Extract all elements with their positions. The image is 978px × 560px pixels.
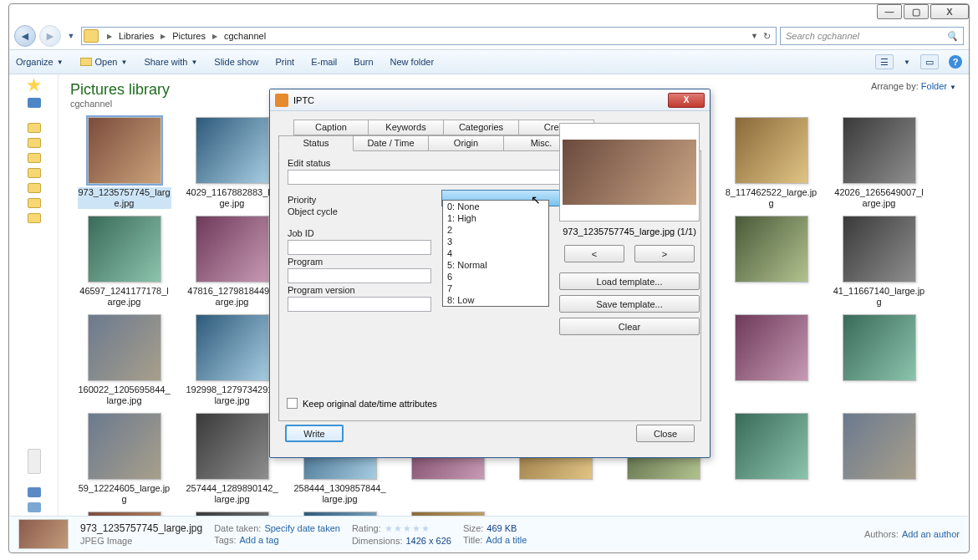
priority-option[interactable]: 7 — [443, 283, 548, 294]
thumbnail-image — [843, 117, 916, 184]
thumbnail-item[interactable] — [717, 314, 825, 406]
burn-button[interactable]: Burn — [354, 57, 373, 67]
folder-icon[interactable] — [28, 138, 41, 148]
thumbnail-item[interactable]: 160022_1205695844_large.jpg — [70, 314, 178, 406]
thumbnail-item[interactable]: 42026_1265649007_large.jpg — [825, 117, 933, 209]
close-button[interactable]: Close — [636, 425, 695, 442]
folder-icon[interactable] — [28, 198, 41, 208]
priority-option[interactable]: 4 — [443, 247, 548, 259]
search-input[interactable]: Search cgchannel 🔍 — [780, 27, 964, 45]
slideshow-button[interactable]: Slide show — [214, 57, 258, 67]
thumbnail-label: 41_11667140_large.jpg — [833, 286, 926, 308]
clear-button[interactable]: Clear — [559, 318, 700, 335]
priority-option[interactable]: 5: Normal — [443, 259, 548, 271]
load-template-button[interactable]: Load template... — [559, 272, 700, 290]
refresh-icon[interactable]: ↻ — [763, 31, 771, 42]
tab-origin[interactable]: Origin — [429, 135, 504, 151]
thumbnail-label: 47816_1279818449_large.jpg — [186, 286, 279, 308]
thumbnail-item[interactable] — [717, 413, 825, 505]
sidebar-item[interactable] — [28, 487, 41, 497]
priority-dropdown-list[interactable]: 0: None1: High2345: Normal678: Low — [442, 200, 549, 307]
sidebar-item[interactable] — [28, 98, 41, 108]
sidebar-scroll[interactable] — [28, 449, 41, 474]
organize-menu[interactable]: Organize▼ — [16, 57, 64, 67]
help-icon[interactable]: ? — [949, 55, 962, 69]
thumbnail-item[interactable]: 973_1235757745_large.jpg — [70, 117, 178, 209]
sidebar-item[interactable] — [28, 502, 41, 512]
details-filename: 973_1235757745_large.jpg — [80, 522, 202, 534]
title-field[interactable]: Add a title — [486, 535, 527, 545]
tab-status[interactable]: Status — [278, 135, 354, 151]
chevron-right-icon[interactable]: ▶ — [209, 33, 221, 40]
tab-keywords[interactable]: Keywords — [369, 120, 444, 135]
email-button[interactable]: E-mail — [311, 57, 337, 67]
tags-field[interactable]: Add a tag — [239, 535, 278, 545]
close-button[interactable]: X — [930, 4, 969, 19]
thumbnail-image — [735, 117, 808, 184]
open-menu[interactable]: Open▼ — [80, 57, 128, 67]
sidebar-tree — [28, 123, 41, 223]
details-thumbnail — [18, 519, 69, 549]
breadcrumb[interactable]: Libraries — [115, 28, 157, 44]
thumbnail-item[interactable] — [825, 413, 933, 505]
priority-option[interactable]: 1: High — [443, 212, 548, 224]
preview-pane-button[interactable]: ▭ — [920, 54, 939, 69]
thumbnail-item[interactable] — [825, 314, 933, 406]
minimize-button[interactable]: — — [877, 4, 902, 19]
next-image-button[interactable]: > — [634, 245, 695, 262]
save-template-button[interactable]: Save template... — [559, 295, 700, 313]
priority-option[interactable]: 8: Low — [443, 294, 548, 306]
share-menu[interactable]: Share with▼ — [144, 57, 197, 67]
rating-stars[interactable]: ★★★★★ — [385, 523, 430, 534]
thumbnail-item[interactable]: 59_12224605_large.jpg — [70, 413, 178, 505]
keep-attributes-checkbox[interactable]: Keep original date/time attributes — [287, 398, 437, 409]
arrange-by[interactable]: Arrange by: Folder ▼ — [871, 81, 956, 91]
thumbnail-item[interactable]: 8_117462522_large.jpg — [717, 117, 825, 209]
folder-icon[interactable] — [28, 123, 41, 133]
breadcrumb[interactable]: cgchannel — [221, 28, 269, 44]
folder-icon[interactable] — [28, 153, 41, 163]
newfolder-button[interactable]: New folder — [390, 57, 435, 67]
dialog-close-button[interactable]: X — [668, 93, 705, 108]
authors-field[interactable]: Add an author — [902, 529, 960, 539]
checkbox-icon — [287, 398, 298, 409]
folder-icon[interactable] — [28, 168, 41, 178]
thumbnail-image — [843, 314, 916, 381]
thumbnail-item[interactable] — [717, 216, 825, 308]
job-id-input[interactable] — [288, 240, 431, 255]
folder-icon[interactable] — [28, 183, 41, 193]
prev-image-button[interactable]: < — [564, 245, 624, 262]
favorites-icon[interactable] — [27, 78, 42, 93]
write-button[interactable]: Write — [285, 425, 344, 442]
chevron-right-icon[interactable]: ▶ — [104, 33, 115, 40]
address-bar[interactable]: ▶ Libraries ▶ Pictures ▶ cgchannel ▼ ↻ — [81, 27, 777, 45]
priority-option[interactable]: 6 — [443, 271, 548, 283]
thumbnail-item[interactable]: 41_11667140_large.jpg — [825, 216, 933, 308]
program-input[interactable] — [288, 268, 431, 283]
tab-caption[interactable]: Caption — [293, 120, 369, 135]
program-version-input[interactable] — [288, 297, 431, 312]
forward-button[interactable]: ► — [39, 25, 61, 47]
program-label: Program — [288, 257, 431, 267]
maximize-button[interactable]: ▢ — [904, 4, 929, 19]
thumbnail-item[interactable]: 46597_1241177178_large.jpg — [70, 216, 178, 308]
chevron-down-icon[interactable]: ▼ — [751, 32, 758, 40]
tab-datetime[interactable]: Date / Time — [354, 135, 429, 151]
job-id-label: Job ID — [288, 228, 431, 238]
back-button[interactable]: ◄ — [14, 25, 36, 47]
program-version-label: Program version — [288, 285, 431, 295]
chevron-down-icon[interactable]: ▼ — [904, 59, 910, 66]
print-button[interactable]: Print — [276, 57, 295, 67]
folder-icon[interactable] — [28, 213, 41, 223]
priority-option[interactable]: 2 — [443, 224, 548, 236]
details-filetype: JPEG Image — [80, 536, 202, 546]
dialog-titlebar[interactable]: IPTC X — [270, 89, 710, 111]
chevron-right-icon[interactable]: ▶ — [157, 33, 169, 40]
breadcrumb[interactable]: Pictures — [169, 28, 209, 44]
tab-categories[interactable]: Categories — [444, 120, 519, 135]
priority-option[interactable]: 3 — [443, 236, 548, 247]
thumbnail-label: 258444_1309857844_large.jpg — [293, 483, 387, 505]
view-options-button[interactable]: ☰ — [875, 54, 894, 69]
date-taken-field[interactable]: Specify date taken — [264, 523, 340, 533]
history-dropdown[interactable]: ▼ — [64, 27, 78, 45]
